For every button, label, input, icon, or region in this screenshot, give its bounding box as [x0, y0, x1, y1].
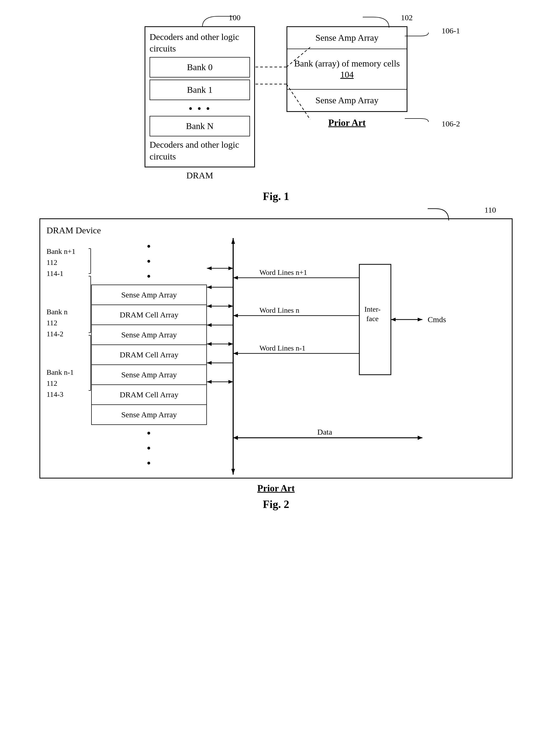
bank-nm1-name: Bank n-1	[46, 367, 74, 378]
bank-n1-label: Bank n+1 112 114-1	[46, 246, 76, 279]
svg-marker-37	[207, 380, 212, 384]
bank-nm1-ref112: 112	[46, 378, 74, 389]
dram-cell-n1: DRAM Cell Array	[91, 305, 207, 324]
svg-marker-38	[229, 380, 233, 384]
memory-detail: 102 Sense Amp Array Bank (array) of memo…	[286, 26, 407, 128]
sense-amp-n1: Sense Amp Array	[91, 285, 207, 305]
svg-text:Word Lines n+1: Word Lines n+1	[259, 268, 307, 276]
fig1-container: 100 Decoders and other logic circuits Ba…	[21, 26, 531, 202]
ref-110-arrow	[428, 206, 486, 222]
dram-box: Decoders and other logic circuits Bank 0…	[145, 26, 255, 167]
svg-text:face: face	[367, 315, 379, 323]
dots-top2: •	[91, 255, 207, 268]
svg-marker-22	[207, 267, 212, 270]
dots-bot2: •	[91, 441, 207, 455]
bank-n-ref112: 112	[46, 317, 67, 328]
ref-106-2-label: 106-2	[442, 119, 460, 128]
svg-marker-33	[229, 342, 233, 346]
svg-text:Inter-: Inter-	[364, 305, 381, 313]
fig2-container: 110 DRAM Device Bank n+1 112 114-1	[21, 218, 531, 510]
ref-106-1-label: 106-1	[442, 26, 460, 35]
svg-marker-40	[233, 276, 238, 280]
fig2-caption: Fig. 2	[263, 498, 289, 510]
fig2-arrows-svg: Word Lines n+1 Word Lines n Word Lines n…	[207, 238, 496, 471]
svg-marker-44	[233, 351, 238, 355]
dots-row: • • •	[150, 102, 250, 115]
sense-amp-bottom: Sense Amp Array	[287, 90, 407, 111]
dots-top: •	[91, 240, 207, 253]
bank0-row: Bank 0	[150, 57, 250, 78]
dots-top3: •	[91, 270, 207, 283]
bank-n1-ref112: 112	[46, 257, 76, 268]
bank-nm1-ref114: 114-3	[46, 389, 74, 400]
dram-cell-nm1: DRAM Cell Array	[91, 385, 207, 405]
ref-102-label: 102	[401, 13, 413, 22]
svg-marker-56	[233, 436, 238, 440]
bank-n1-ref114: 114-1	[46, 268, 76, 279]
sense-amp-n-2: Sense Amp Array	[91, 364, 207, 385]
svg-marker-20	[231, 469, 235, 475]
svg-marker-52	[391, 318, 396, 321]
page: 100 Decoders and other logic circuits Ba…	[0, 0, 552, 756]
dots-bot: •	[91, 427, 207, 440]
sense-amp-top: Sense Amp Array	[287, 27, 407, 49]
bank1-row: Bank 1	[150, 80, 250, 100]
ref-104-label: 104	[290, 69, 404, 80]
svg-text:Cmds: Cmds	[428, 315, 446, 324]
memory-detail-box: Sense Amp Array Bank (array) of memory c…	[286, 26, 407, 112]
svg-text:Word Lines n: Word Lines n	[259, 306, 299, 314]
bank-n1-name: Bank n+1	[46, 246, 76, 257]
bankN-row: Bank N	[150, 116, 250, 136]
ref-100-label: 100	[229, 13, 241, 22]
svg-marker-25	[207, 285, 212, 289]
svg-marker-32	[207, 342, 212, 346]
svg-marker-27	[207, 304, 212, 308]
bank-array-row: Bank (array) of memory cells 104	[287, 49, 407, 90]
cells-column: • • • Sense Amp Array DRAM Cell Array Se…	[91, 238, 207, 471]
svg-marker-28	[229, 304, 233, 308]
prior-art-label: Prior Art	[328, 118, 366, 128]
prior-art-fig2: Prior Art	[257, 483, 295, 494]
dram-section: 100 Decoders and other logic circuits Ba…	[145, 26, 255, 180]
svg-text:Data: Data	[317, 428, 332, 436]
svg-marker-57	[418, 436, 422, 440]
ref-106-1-arrow	[405, 32, 442, 40]
svg-marker-23	[229, 267, 233, 270]
svg-marker-42	[233, 314, 238, 317]
fig2-inner: Bank n+1 112 114-1 Bank n 112 114-2	[46, 238, 506, 471]
dram-cell-n: DRAM Cell Array	[91, 344, 207, 364]
svg-text:Word Lines n-1: Word Lines n-1	[259, 344, 305, 352]
bank-n-name: Bank n	[46, 306, 67, 317]
dram-label-bottom: Decoders and other logic circuits	[150, 139, 250, 162]
dram-caption: DRAM	[145, 170, 255, 180]
fig1-caption: Fig. 1	[263, 190, 289, 202]
svg-marker-19	[231, 238, 235, 244]
svg-marker-35	[207, 361, 212, 365]
bank-n-label: Bank n 112 114-2	[46, 306, 67, 339]
sense-amp-bottom: Sense Amp Array	[91, 405, 207, 425]
dram-device-outer: 110 DRAM Device Bank n+1 112 114-1	[39, 218, 513, 478]
svg-marker-53	[418, 318, 422, 321]
ref-106-2-arrow	[405, 115, 442, 123]
bank-array-label: Bank (array) of memory cells	[294, 58, 400, 68]
bracket-svg	[83, 246, 91, 446]
sense-amp-n-shared: Sense Amp Array	[91, 324, 207, 344]
bank-n-ref114: 114-2	[46, 328, 67, 339]
ref-110-label: 110	[485, 205, 496, 214]
bank-nm1-label: Bank n-1 112 114-3	[46, 367, 74, 400]
prior-art-fig2-label: Prior Art	[257, 483, 295, 493]
fig2-diagrams: 110 DRAM Device Bank n+1 112 114-1	[21, 218, 531, 478]
dram-label-top: Decoders and other logic circuits	[150, 31, 250, 54]
svg-marker-30	[207, 323, 212, 327]
prior-art-fig1: Prior Art	[286, 117, 407, 128]
dots-bot3: •	[91, 456, 207, 470]
device-label: DRAM Device	[46, 225, 506, 236]
fig1-diagrams: 100 Decoders and other logic circuits Ba…	[145, 26, 407, 180]
